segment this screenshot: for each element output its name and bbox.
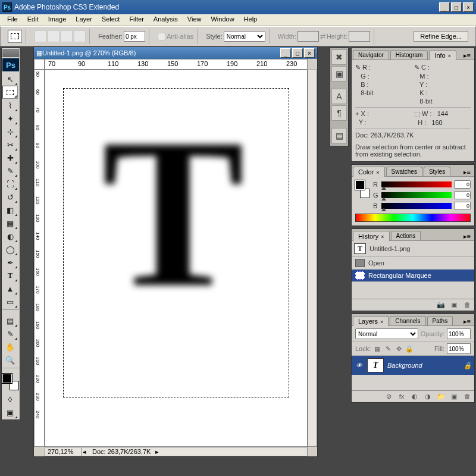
history-snapshot-thumb[interactable]: T xyxy=(354,243,366,254)
selection-intersect-icon[interactable] xyxy=(74,30,86,42)
new-layer-icon[interactable]: ▣ xyxy=(449,393,459,401)
lock-position-icon[interactable]: ✥ xyxy=(394,345,403,353)
menu-select[interactable]: Select xyxy=(97,14,125,26)
tab-swatches[interactable]: Swatches xyxy=(386,167,422,176)
dodge-tool[interactable]: ◯ xyxy=(2,243,18,256)
tab-styles[interactable]: Styles xyxy=(424,167,450,176)
lasso-tool[interactable]: ⌇ xyxy=(2,99,18,112)
layer-style-icon[interactable]: fx xyxy=(397,393,406,401)
selection-subtract-icon[interactable] xyxy=(61,30,73,42)
minimize-button[interactable]: _ xyxy=(439,2,450,12)
document-titlebar[interactable]: ▦ Untitled-1.png @ 270% (RGB/8) _ □ × xyxy=(34,47,317,59)
current-tool-icon[interactable] xyxy=(8,30,22,43)
blue-input[interactable] xyxy=(454,202,471,210)
ruler-origin[interactable] xyxy=(34,59,45,70)
layer-thumbnail[interactable]: T xyxy=(367,358,384,372)
tab-actions[interactable]: Actions xyxy=(391,231,421,240)
brush-tool[interactable]: ✎ xyxy=(2,164,18,177)
feather-input[interactable] xyxy=(124,31,145,42)
blur-tool[interactable]: ◐ xyxy=(2,230,18,243)
panel-menu-icon[interactable]: ▸≡ xyxy=(460,318,474,325)
selection-add-icon[interactable] xyxy=(48,30,60,42)
tab-channels[interactable]: Channels xyxy=(390,316,425,325)
adjustment-layer-icon[interactable]: ◑ xyxy=(423,393,433,401)
new-state-icon[interactable]: ▣ xyxy=(449,301,459,309)
close-button[interactable]: × xyxy=(463,2,474,12)
lock-transparency-icon[interactable]: ▦ xyxy=(373,345,381,353)
link-layers-icon[interactable]: ⊘ xyxy=(384,393,393,401)
tab-layers[interactable]: Layers× xyxy=(353,316,389,326)
menu-layer[interactable]: Layer xyxy=(71,14,97,26)
foreground-background-swatch[interactable] xyxy=(2,374,19,390)
panel-menu-icon[interactable]: ▸≡ xyxy=(460,233,474,240)
maximize-button[interactable]: □ xyxy=(451,2,462,12)
brushes-panel-icon[interactable]: ✖ xyxy=(331,49,347,65)
menu-analysis[interactable]: Analysis xyxy=(149,14,183,26)
layer-mask-icon[interactable]: ◐ xyxy=(410,393,419,401)
delete-layer-icon[interactable]: 🗑 xyxy=(462,393,472,401)
layer-row[interactable]: 👁 T Background 🔒 xyxy=(352,356,474,375)
new-snapshot-icon[interactable]: 📷 xyxy=(436,301,446,309)
screenmode-toggle[interactable]: ▣ xyxy=(2,406,18,419)
healing-tool[interactable]: ✚ xyxy=(2,151,18,164)
visibility-icon[interactable]: 👁 xyxy=(354,362,364,369)
foreground-color-swatch[interactable] xyxy=(2,374,12,383)
pen-tool[interactable]: ✒ xyxy=(2,256,18,269)
gradient-tool[interactable]: ▦ xyxy=(2,217,18,230)
menu-view[interactable]: View xyxy=(183,14,206,26)
doc-minimize-button[interactable]: _ xyxy=(280,48,291,58)
color-panel-swatch[interactable] xyxy=(355,180,369,198)
tab-color[interactable]: Color× xyxy=(353,167,385,177)
refine-edge-button[interactable]: Refine Edge... xyxy=(414,31,468,42)
notes-tool[interactable]: ▤ xyxy=(2,314,18,327)
marquee-tool[interactable] xyxy=(2,86,18,99)
slice-tool[interactable]: ✂ xyxy=(2,138,18,151)
path-select-tool[interactable]: ▲ xyxy=(2,282,18,295)
tab-navigator[interactable]: Navigator xyxy=(353,50,389,60)
character-panel-icon[interactable]: A xyxy=(331,89,347,104)
history-item[interactable]: Rectangular Marquee xyxy=(352,270,474,282)
blue-slider[interactable] xyxy=(381,203,452,209)
magic-wand-tool[interactable]: ✦ xyxy=(2,112,18,125)
panel-menu-icon[interactable]: ▸≡ xyxy=(460,52,474,60)
green-input[interactable] xyxy=(454,191,471,199)
red-slider[interactable] xyxy=(381,181,452,187)
menu-help[interactable]: Help xyxy=(239,14,262,26)
opacity-input[interactable] xyxy=(447,328,471,339)
new-group-icon[interactable]: 📁 xyxy=(436,393,446,401)
shape-tool[interactable]: ▭ xyxy=(2,295,18,308)
red-input[interactable] xyxy=(454,180,471,189)
menu-file[interactable]: File xyxy=(2,14,23,26)
canvas[interactable]: T xyxy=(45,70,308,447)
ruler-vertical[interactable]: 5060708090100110120130140150160170180190… xyxy=(34,70,45,447)
fill-input[interactable] xyxy=(447,343,471,354)
doc-close-button[interactable]: × xyxy=(304,48,315,58)
menu-window[interactable]: Window xyxy=(206,14,239,26)
zoom-tool[interactable]: 🔍 xyxy=(2,353,18,367)
selection-marquee[interactable] xyxy=(63,88,289,397)
type-tool[interactable]: T xyxy=(2,269,18,282)
eraser-tool[interactable]: ◧ xyxy=(2,203,18,217)
menu-image[interactable]: Image xyxy=(43,14,71,26)
panel-menu-icon[interactable]: ▸≡ xyxy=(460,168,474,176)
scrollbar-vertical[interactable] xyxy=(308,70,317,447)
style-select[interactable]: Normal xyxy=(224,31,265,42)
paragraph-panel-icon[interactable]: ¶ xyxy=(331,105,347,121)
scrollbar-horizontal[interactable]: 270,12% ◂ Doc: 263,7K/263,7K ▸ xyxy=(45,447,308,456)
doc-maximize-button[interactable]: □ xyxy=(292,48,303,58)
green-slider[interactable] xyxy=(381,192,452,198)
crop-tool[interactable]: ⊹ xyxy=(2,125,18,138)
tab-histogram[interactable]: Histogram xyxy=(390,50,428,60)
tab-history[interactable]: History× xyxy=(353,231,390,241)
move-tool[interactable]: ↖ xyxy=(2,73,18,86)
delete-state-icon[interactable]: 🗑 xyxy=(462,301,472,309)
lock-pixels-icon[interactable]: ✎ xyxy=(384,345,392,353)
ruler-horizontal[interactable]: 7090110130150170190210230 xyxy=(45,59,308,70)
toolbox-grip[interactable] xyxy=(2,49,19,57)
selection-new-icon[interactable] xyxy=(35,30,46,42)
blend-mode-select[interactable]: Normal xyxy=(355,328,418,339)
stamp-tool[interactable]: ⛶ xyxy=(2,177,18,190)
zoom-display[interactable]: 270,12% xyxy=(45,448,81,455)
menu-edit[interactable]: Edit xyxy=(23,14,43,26)
history-brush-tool[interactable]: ↺ xyxy=(2,190,18,203)
